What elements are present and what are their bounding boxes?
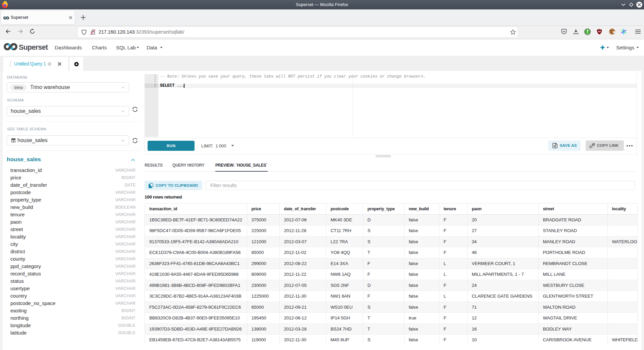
- svg-text:uO: uO: [598, 30, 601, 33]
